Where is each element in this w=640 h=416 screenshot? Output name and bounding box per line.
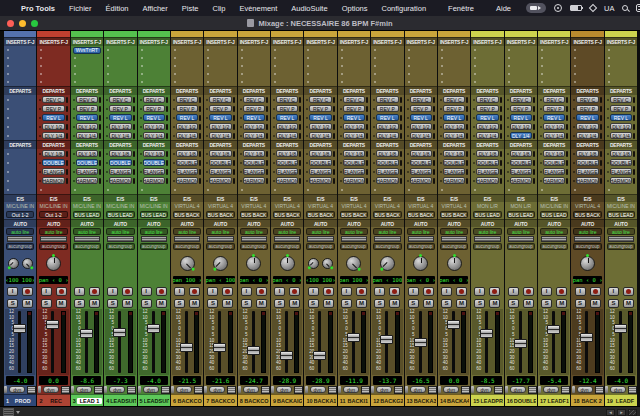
send-assign-button[interactable]: DLY 1/2 [109,123,131,130]
input-path-selector[interactable]: VIRTUAL 4 [171,202,203,210]
insert-slot[interactable] [405,62,437,70]
send-slot[interactable]: REV P [37,104,69,113]
send-slot[interactable]: DLY 1/4 [405,131,437,140]
menu-options[interactable]: Options [335,4,375,13]
group-assign-selector[interactable]: aucungroup [106,243,134,250]
send-slot[interactable]: DLY 1/4 [338,131,370,140]
record-arm-button[interactable] [423,287,434,296]
send-slot[interactable] [4,113,36,122]
send-assign-button[interactable]: DLY 1/4 [209,132,231,139]
menu-edition[interactable]: Édition [99,4,136,13]
send-slot[interactable] [471,185,503,194]
send-assign-button[interactable]: FLANGE [543,168,565,175]
nudge-spinner[interactable] [371,386,374,393]
pan-knob[interactable] [246,256,261,271]
send-assign-button[interactable]: FLANGE [476,168,498,175]
track-nameplate[interactable]: 10BACKA1 [304,394,336,406]
insert-slot[interactable] [4,54,36,62]
record-arm-button[interactable] [122,287,133,296]
send-assign-button[interactable]: DLY 1/8 [243,150,265,157]
send-assign-button[interactable]: DLY 1/4 [543,132,565,139]
send-assign-button[interactable]: REV L [576,114,598,121]
mute-button[interactable]: M [489,299,500,308]
group-assign-selector[interactable]: aucungroup [473,243,501,250]
send-assign-button[interactable]: DOUBLE [109,159,131,166]
volume-display[interactable]: -4.0 [607,376,635,385]
insert-slot[interactable] [204,70,236,78]
mute-button[interactable]: M [89,299,100,308]
send-assign-button[interactable]: REV L [42,114,64,121]
insert-slot[interactable] [371,54,403,62]
insert-slot[interactable] [37,62,69,70]
pan-display[interactable]: pan ‹ 0 › [273,276,301,284]
send-assign-button[interactable]: DLY 1/4 [76,132,98,139]
send-slot[interactable]: HARMON [371,176,403,185]
send-assign-button[interactable]: DLY 1/8 [143,150,165,157]
dyn-view-selector[interactable]: dyn [443,386,459,393]
send-assign-button[interactable]: FLANGE [42,168,64,175]
send-assign-button[interactable]: DLY 1/2 [42,123,64,130]
insert-slot[interactable] [571,78,603,86]
output-window-icon[interactable] [561,386,570,394]
send-slot[interactable]: FLANGE [238,167,270,176]
send-slot[interactable]: DLY 1/4 [138,131,170,140]
record-arm-button[interactable] [56,287,67,296]
nudge-spinner[interactable] [471,386,474,393]
send-slot[interactable] [4,104,36,113]
track-name[interactable]: DOUBLE [514,398,536,404]
input-path-selector[interactable]: MIC/LINE IN [538,202,570,210]
output-path-selector[interactable]: BUS LEAD [106,211,134,218]
fader-track[interactable] [51,311,54,373]
automation-mode-selector[interactable]: auto lire [39,228,67,235]
fader-track[interactable] [352,311,355,373]
send-slot[interactable]: DLY 1/2 [471,122,503,131]
send-slot[interactable]: DLY 1/2 [171,122,203,131]
insert-slot[interactable] [104,62,136,70]
fader-track[interactable] [619,311,622,373]
send-slot[interactable]: FLANGE [204,167,236,176]
send-slot[interactable]: REV C [505,95,537,104]
send-assign-button[interactable]: REV L [476,114,498,121]
send-assign-button[interactable]: REV P [76,105,98,112]
insert-slot[interactable] [605,54,637,62]
send-assign-button[interactable]: REV C [410,96,432,103]
solo-button[interactable]: S [374,299,385,308]
volume-display[interactable]: -12.4 [573,376,601,385]
insert-slot[interactable] [471,54,503,62]
fader-track[interactable] [419,311,422,373]
send-slot[interactable]: DOUBLE [238,158,270,167]
send-slot[interactable]: HARMON [505,176,537,185]
send-assign-button[interactable]: DLY 1/4 [42,132,64,139]
input-path-selector[interactable]: VIRTUAL 4 [271,202,303,210]
input-monitor-button[interactable]: I [207,287,218,296]
send-slot[interactable]: DLY 1/4 [37,131,69,140]
send-assign-button[interactable]: DLY 1/2 [276,123,298,130]
insert-slot[interactable] [71,70,103,78]
insert-slot[interactable]: WvsTnRT [71,46,103,54]
send-slot[interactable]: REV C [471,95,503,104]
send-slot[interactable]: REV C [371,95,403,104]
insert-slot[interactable] [505,62,537,70]
pan-knob[interactable] [346,256,361,271]
send-slot[interactable]: REV C [438,95,470,104]
volume-display[interactable]: -11.9 [340,376,368,385]
nudge-spinner[interactable] [438,386,441,393]
solo-button[interactable]: S [508,299,519,308]
output-window-icon[interactable] [294,386,303,394]
pan-knob[interactable] [580,256,595,271]
insert-slot[interactable] [538,54,570,62]
send-slot[interactable]: FLANGE [505,167,537,176]
input-monitor-button[interactable]: I [74,287,85,296]
insert-slot[interactable] [171,70,203,78]
send-assign-button[interactable]: REV P [176,105,198,112]
send-assign-button[interactable]: REV C [276,96,298,103]
send-assign-button[interactable]: HARMON [476,177,498,184]
volume-display[interactable]: -4.0 [6,376,34,385]
send-slot[interactable]: DOUBLE [171,158,203,167]
send-slot[interactable]: DLY 1/8 [138,149,170,158]
pan-display[interactable]: pan ‹ 100 [206,276,234,284]
send-slot[interactable]: HARMON [71,176,103,185]
fader-cap[interactable] [580,333,593,342]
send-slot[interactable]: DLY 1/4 [271,131,303,140]
menu-aide[interactable]: Aide [489,4,518,13]
